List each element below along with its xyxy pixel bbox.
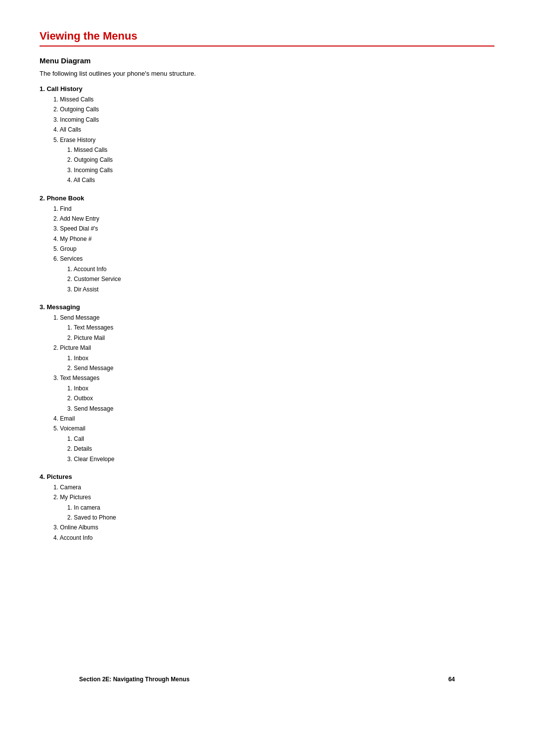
menu-section-4: 4. Pictures1. Camera2. My Pictures1. In … — [40, 473, 494, 543]
menu-item-l3: 2. Saved to Phone — [40, 513, 494, 522]
menu-item-l3: 1. Text Messages — [40, 323, 494, 332]
menu-item-l2: 2. Outgoing Calls — [40, 104, 494, 114]
section-heading: Menu Diagram — [40, 56, 494, 65]
menu-item-l3: 2. Outbox — [40, 393, 494, 403]
menu-item-l2: 1. Camera — [40, 482, 494, 492]
menu-item-l2: 3. Speed Dial #'s — [40, 224, 494, 234]
menu-item-l2: 4. Account Info — [40, 533, 494, 543]
menu-item-l2: 2. Add New Entry — [40, 214, 494, 224]
menu-item-l2: 2. My Pictures — [40, 492, 494, 502]
menu-item-l2: 4. My Phone # — [40, 234, 494, 244]
menu-section-3: 3. Messaging1. Send Message1. Text Messa… — [40, 303, 494, 464]
menu-item-l2: 2. Picture Mail — [40, 343, 494, 353]
menu-item-l3: 1. Account Info — [40, 264, 494, 274]
menu-item-l3: 1. Missed Calls — [40, 145, 494, 155]
menu-item-l3: 3. Send Message — [40, 404, 494, 414]
menu-item-l3: 2. Send Message — [40, 363, 494, 373]
menu-item-l2: 5. Group — [40, 244, 494, 254]
intro-text: The following list outlines your phone's… — [40, 70, 494, 77]
menu-item-l3: 4. All Calls — [40, 175, 494, 185]
menu-item-l2: 1. Find — [40, 204, 494, 214]
menu-section-2: 2. Phone Book1. Find2. Add New Entry3. S… — [40, 194, 494, 295]
menu-item-l2: 4. All Calls — [40, 125, 494, 135]
menu-item-l3: 3. Clear Envelope — [40, 454, 494, 464]
menu-item-l3: 3. Incoming Calls — [40, 165, 494, 175]
menu-item-l2: 5. Erase History — [40, 135, 494, 145]
menu-item-l3: 1. In camera — [40, 503, 494, 513]
menu-item-l1: 3. Messaging — [40, 303, 494, 311]
menu-item-l1: 2. Phone Book — [40, 194, 494, 202]
menu-item-l2: 5. Voicemail — [40, 424, 494, 433]
menu-item-l2: 1. Missed Calls — [40, 94, 494, 104]
menu-item-l3: 1. Inbox — [40, 383, 494, 393]
menu-item-l3: 2. Outgoing Calls — [40, 155, 494, 165]
menu-item-l3: 3. Dir Assist — [40, 284, 494, 294]
menu-item-l2: 3. Online Albums — [40, 522, 494, 532]
menu-item-l2: 3. Incoming Calls — [40, 115, 494, 125]
menu-item-l3: 2. Picture Mail — [40, 333, 494, 343]
menu-item-l3: 2. Customer Service — [40, 274, 494, 284]
footer-section: Section 2E: Navigating Through Menus — [79, 676, 189, 683]
menu-item-l2: 6. Services — [40, 254, 494, 264]
menu-item-l3: 1. Call — [40, 434, 494, 444]
menu-item-l1: 4. Pictures — [40, 473, 494, 480]
menu-container: 1. Call History1. Missed Calls2. Outgoin… — [40, 85, 494, 543]
menu-section-1: 1. Call History1. Missed Calls2. Outgoin… — [40, 85, 494, 186]
menu-item-l1: 1. Call History — [40, 85, 494, 93]
page-title: Viewing the Menus — [40, 30, 494, 47]
menu-item-l2: 3. Text Messages — [40, 373, 494, 383]
menu-item-l3: 2. Details — [40, 444, 494, 454]
menu-item-l2: 1. Send Message — [40, 313, 494, 323]
menu-item-l2: 4. Email — [40, 414, 494, 424]
footer-page: 64 — [448, 676, 455, 683]
footer: Section 2E: Navigating Through Menus 64 — [79, 676, 455, 683]
menu-item-l3: 1. Inbox — [40, 353, 494, 363]
